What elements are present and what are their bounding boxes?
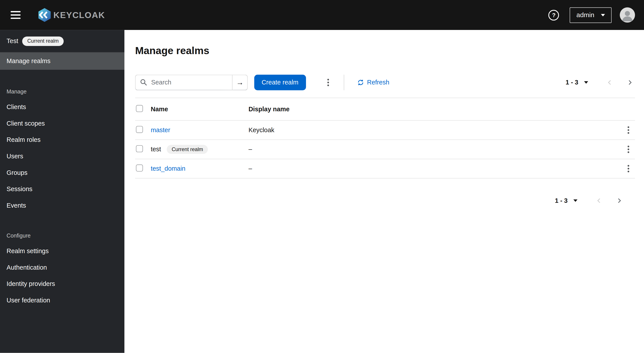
- sidebar-item-events[interactable]: Events: [0, 197, 124, 214]
- table-row-master: master Keycloak: [135, 120, 635, 140]
- search-group: →: [135, 75, 248, 90]
- sidebar-item-identity-providers[interactable]: Identity providers: [0, 276, 124, 292]
- row-checkbox[interactable]: [136, 126, 143, 133]
- pagination-range-dropdown-bottom[interactable]: 1 - 3: [555, 197, 578, 204]
- refresh-label: Refresh: [367, 79, 389, 86]
- hamburger-menu-button[interactable]: [6, 6, 25, 24]
- toolbar-divider: [344, 75, 344, 90]
- sidebar-item-users[interactable]: Users: [0, 148, 124, 165]
- pagination-range-label: 1 - 3: [566, 79, 578, 86]
- sidebar-item-clients[interactable]: Clients: [0, 99, 124, 115]
- page-title: Manage realms: [135, 45, 635, 56]
- sidebar-item-manage-realms[interactable]: Manage realms: [0, 52, 124, 69]
- help-icon[interactable]: ?: [548, 10, 559, 20]
- avatar[interactable]: [620, 7, 635, 23]
- realm-name-test: test: [151, 146, 161, 153]
- sidebar-section-manage: Manage Clients Client scopes Realm roles…: [0, 83, 124, 214]
- sidebar-item-groups[interactable]: Groups: [0, 164, 124, 181]
- table-row-test-domain: test_domain –: [135, 159, 635, 179]
- caret-down-icon: [573, 199, 578, 202]
- search-box: [135, 75, 232, 90]
- current-realm-row-badge: Current realm: [167, 145, 208, 154]
- display-name-cell: –: [248, 146, 612, 153]
- sidebar-item-authentication[interactable]: Authentication: [0, 259, 124, 276]
- pagination-next-button-bottom[interactable]: [614, 196, 624, 206]
- search-input[interactable]: [135, 75, 232, 90]
- refresh-icon: [357, 79, 364, 86]
- realm-link-master[interactable]: master: [151, 126, 170, 134]
- create-realm-button[interactable]: Create realm: [254, 75, 306, 90]
- realm-link-test-domain[interactable]: test_domain: [151, 165, 186, 172]
- row-kebab-menu-button[interactable]: [624, 162, 632, 176]
- sidebar-item-sessions[interactable]: Sessions: [0, 181, 124, 197]
- table-header-row: Name Display name: [135, 98, 635, 120]
- search-submit-button[interactable]: →: [232, 75, 248, 90]
- pagination-range-dropdown[interactable]: 1 - 3: [566, 79, 588, 86]
- kebab-icon: [628, 165, 629, 166]
- chevron-right-icon: [616, 197, 623, 204]
- kebab-icon: [628, 126, 629, 128]
- table-row-test: test Current realm –: [135, 140, 635, 159]
- display-name-cell: Keycloak: [248, 126, 612, 134]
- main-content: Manage realms → Create realm: [124, 30, 644, 353]
- kebab-icon: [327, 79, 329, 80]
- chevron-down-icon: [601, 14, 605, 16]
- column-header-display-name: Display name: [248, 105, 612, 113]
- pagination-prev-button[interactable]: [604, 78, 614, 87]
- toolbar-kebab-menu-button[interactable]: [324, 75, 332, 89]
- realms-table: Name Display name master Keycloak: [135, 98, 635, 179]
- pagination-prev-button-bottom[interactable]: [594, 196, 604, 206]
- keycloak-admin-console: KEYCLOAK ? admin Test Current realm Mana…: [0, 0, 644, 353]
- topbar: KEYCLOAK ? admin: [0, 0, 644, 30]
- row-checkbox[interactable]: [136, 164, 143, 171]
- pagination-top: 1 - 3: [566, 78, 635, 87]
- column-header-name: Name: [151, 105, 248, 113]
- chevron-left-icon: [596, 197, 602, 204]
- sidebar-item-realm-settings[interactable]: Realm settings: [0, 243, 124, 259]
- keycloak-logo: KEYCLOAK: [36, 6, 105, 23]
- section-title-manage: Manage: [0, 83, 124, 99]
- brand-wordmark: KEYCLOAK: [54, 10, 105, 20]
- current-realm-name: Test: [6, 37, 18, 45]
- user-menu-dropdown[interactable]: admin: [570, 7, 612, 23]
- kebab-icon: [628, 146, 629, 147]
- sidebar-item-user-federation[interactable]: User federation: [0, 292, 124, 308]
- realm-selector[interactable]: Test Current realm: [0, 30, 124, 52]
- sidebar-item-realm-roles[interactable]: Realm roles: [0, 131, 124, 148]
- person-icon: [620, 7, 635, 23]
- chevron-right-icon: [627, 79, 634, 86]
- current-realm-badge: Current realm: [22, 36, 64, 46]
- sidebar: Test Current realm Manage realms Manage …: [0, 30, 124, 353]
- hamburger-icon: [11, 11, 21, 12]
- user-menu-label: admin: [576, 11, 594, 19]
- pagination-range-label: 1 - 3: [555, 197, 568, 204]
- section-title-configure: Configure: [0, 227, 124, 243]
- row-kebab-menu-button[interactable]: [624, 123, 632, 137]
- refresh-button[interactable]: Refresh: [357, 79, 389, 86]
- pagination-bottom: 1 - 3: [135, 196, 635, 206]
- sidebar-section-configure: Configure Realm settings Authentication …: [0, 227, 124, 308]
- arrow-right-icon: →: [236, 78, 244, 87]
- pagination-next-button[interactable]: [625, 78, 635, 87]
- sidebar-item-client-scopes[interactable]: Client scopes: [0, 115, 124, 131]
- row-checkbox[interactable]: [136, 145, 143, 152]
- row-kebab-menu-button[interactable]: [624, 142, 632, 156]
- display-name-cell: –: [248, 165, 612, 172]
- keycloak-icon: [36, 6, 53, 23]
- toolbar: → Create realm Refresh: [135, 75, 635, 90]
- chevron-left-icon: [606, 79, 613, 86]
- select-all-checkbox[interactable]: [136, 105, 143, 112]
- caret-down-icon: [584, 81, 588, 84]
